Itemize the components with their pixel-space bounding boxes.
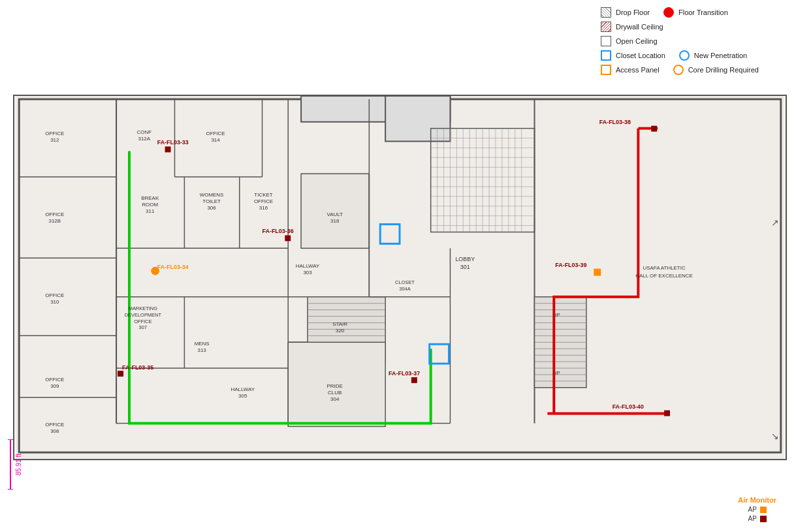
svg-text:306: 306: [207, 205, 216, 211]
svg-text:VAULT: VAULT: [327, 211, 343, 217]
main-container: Drop Floor Floor Transition Drywall Ceil…: [0, 0, 796, 532]
ap-red-label: AP: [748, 515, 756, 522]
svg-rect-3: [385, 96, 450, 142]
svg-text:312: 312: [50, 137, 59, 143]
svg-text:TICKET: TICKET: [254, 192, 272, 198]
svg-text:CLUB: CLUB: [328, 390, 342, 396]
svg-rect-86: [118, 371, 123, 377]
floorplan-svg: FA-FL03-33 FA-FL03-34 FA-FL03-35 FA-FL03…: [14, 96, 786, 459]
svg-text:FA-FL03-34: FA-FL03-34: [157, 264, 189, 270]
legend-access-panel: Access Panel: [600, 64, 660, 76]
svg-text:FA-FL03-38: FA-FL03-38: [599, 119, 631, 125]
svg-text:UP: UP: [553, 370, 560, 376]
svg-text:308: 308: [50, 428, 59, 434]
svg-text:312B: 312B: [49, 218, 61, 224]
svg-text:HALLWAY: HALLWAY: [296, 263, 320, 269]
svg-text:OFFICE: OFFICE: [45, 211, 64, 217]
legend-core-drilling: Core Drilling Required: [673, 64, 759, 76]
svg-rect-92: [651, 126, 657, 132]
svg-text:ROOM: ROOM: [142, 202, 158, 208]
svg-text:316: 316: [259, 205, 268, 211]
legend-new-penetration: New Penetration: [678, 50, 747, 61]
svg-text:FA-FL03-35: FA-FL03-35: [122, 364, 153, 371]
svg-text:310: 310: [50, 299, 59, 305]
svg-text:USAFA ATHLETIC: USAFA ATHLETIC: [643, 265, 686, 271]
svg-text:CLOSET: CLOSET: [395, 279, 415, 285]
svg-text:BREAK: BREAK: [141, 195, 159, 201]
svg-text:303: 303: [303, 270, 312, 275]
ap-orange-square: [760, 507, 767, 513]
legend: Drop Floor Floor Transition Drywall Ceil…: [600, 7, 783, 76]
measurement: 85.91 ft: [8, 439, 22, 490]
svg-text:UP: UP: [553, 312, 560, 318]
legend-core-drilling-label: Core Drilling Required: [688, 66, 759, 74]
svg-text:318: 318: [330, 218, 340, 224]
legend-closet: Closet Location: [600, 50, 665, 61]
ap-red-square: [760, 516, 767, 522]
svg-text:FA-FL03-33: FA-FL03-33: [157, 139, 189, 146]
svg-text:FA-FL03-36: FA-FL03-36: [263, 228, 294, 234]
legend-floor-transition-label: Floor Transition: [678, 8, 728, 16]
svg-text:HALL OF EXCELLENCE: HALL OF EXCELLENCE: [635, 273, 693, 279]
svg-text:PRIDE: PRIDE: [327, 383, 343, 389]
svg-text:OFFICE: OFFICE: [45, 131, 64, 136]
svg-text:305: 305: [238, 393, 247, 399]
legend-closet-label: Closet Location: [616, 52, 665, 59]
drop-floor-icon: [600, 7, 612, 18]
svg-rect-96: [664, 411, 670, 416]
legend-open-ceiling: Open Ceiling: [600, 35, 658, 47]
svg-text:307: 307: [139, 324, 147, 330]
open-ceiling-icon: [600, 35, 612, 47]
floor-transition-icon: [663, 7, 675, 18]
ap-orange-label: AP: [748, 506, 756, 513]
legend-floor-transition: Floor Transition: [663, 7, 728, 18]
core-drilling-icon: [673, 64, 684, 76]
legend-access-label: Access Panel: [616, 66, 660, 74]
svg-rect-94: [594, 269, 601, 275]
svg-text:FA-FL03-40: FA-FL03-40: [613, 403, 644, 410]
legend-drop-floor-label: Drop Floor: [616, 8, 650, 16]
svg-text:LOBBY: LOBBY: [455, 256, 475, 262]
svg-text:↘: ↘: [771, 431, 779, 441]
svg-text:FA-FL03-39: FA-FL03-39: [555, 262, 586, 268]
svg-text:WOMENS: WOMENS: [200, 192, 224, 198]
legend-drywall: Drywall Ceiling: [600, 21, 663, 33]
svg-text:HALLWAY: HALLWAY: [231, 386, 255, 392]
svg-text:OFFICE: OFFICE: [45, 422, 64, 428]
legend-drop-floor: Drop Floor: [600, 7, 650, 18]
svg-text:311: 311: [146, 208, 155, 214]
svg-text:CONF: CONF: [137, 129, 152, 135]
legend-drywall-label: Drywall Ceiling: [616, 23, 663, 31]
svg-text:MENS: MENS: [195, 341, 210, 347]
svg-text:TOILET: TOILET: [202, 198, 221, 204]
floorplan: FA-FL03-33 FA-FL03-34 FA-FL03-35 FA-FL03…: [13, 95, 787, 460]
svg-text:OFFICE: OFFICE: [45, 292, 64, 298]
svg-text:320: 320: [336, 328, 345, 334]
svg-text:DEVELOPMENT: DEVELOPMENT: [125, 312, 162, 318]
svg-text:OFFICE: OFFICE: [206, 131, 225, 136]
svg-rect-90: [411, 377, 417, 383]
svg-text:304: 304: [330, 396, 340, 402]
svg-text:OFFICE: OFFICE: [254, 198, 273, 204]
air-monitor-label: Air Monitor: [738, 496, 776, 504]
bottom-legend: Air Monitor AP AP: [738, 496, 776, 522]
drywall-icon: [600, 21, 612, 33]
svg-rect-82: [165, 146, 171, 152]
svg-text:304A: 304A: [399, 286, 410, 292]
new-penetration-icon: [678, 50, 690, 61]
closet-location-icon: [600, 50, 612, 61]
svg-text:↗: ↗: [771, 217, 779, 228]
svg-text:312A: 312A: [138, 136, 151, 142]
svg-text:OFFICE: OFFICE: [45, 377, 64, 383]
svg-text:OFFICE: OFFICE: [134, 319, 151, 324]
legend-new-penetration-label: New Penetration: [694, 52, 747, 59]
access-panel-icon: [600, 64, 612, 76]
svg-text:STAIR: STAIR: [332, 321, 347, 327]
svg-text:FA-FL03-37: FA-FL03-37: [389, 370, 420, 377]
legend-open-ceiling-label: Open Ceiling: [616, 37, 658, 45]
svg-text:MARKETING: MARKETING: [129, 305, 157, 311]
svg-text:314: 314: [211, 137, 220, 143]
measurement-value: 85.91 ft: [15, 454, 22, 475]
svg-text:309: 309: [50, 383, 59, 389]
svg-text:313: 313: [198, 347, 207, 353]
